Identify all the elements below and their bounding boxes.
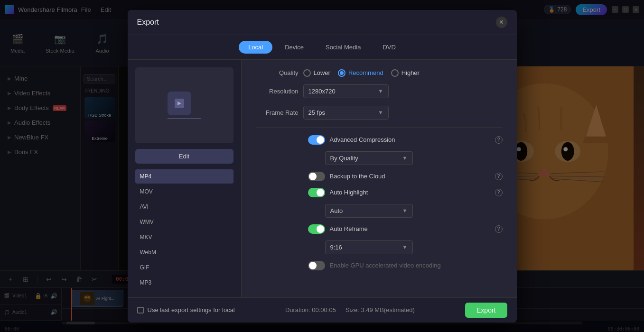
chevron-down-icon: ▼ [402, 244, 408, 250]
format-icon [168, 92, 191, 115]
size-info: Size: 3.49 MB(estimated) [345, 306, 415, 314]
quality-radio-group: Lower Recommend Higher [303, 69, 420, 77]
format-item-gif[interactable]: GIF [135, 260, 233, 275]
format-item-mkv[interactable]: MKV [135, 230, 233, 244]
footer-left: Use last export settings for local [137, 306, 235, 314]
modal-close-button[interactable]: × [496, 17, 507, 28]
auto-reframe-info-icon[interactable]: ? [495, 225, 503, 233]
tab-device[interactable]: Device [275, 41, 313, 54]
modal-title: Export [137, 18, 159, 27]
backup-cloud-info-icon[interactable]: ? [495, 173, 503, 180]
auto-reframe-dropdown[interactable]: 9:16 ▼ [325, 240, 413, 254]
auto-highlight-row: Auto Highlight ? [256, 188, 503, 197]
format-item-mov[interactable]: MOV [135, 184, 233, 199]
toggle-knob [309, 262, 317, 269]
duration-value: 00:00:05 [312, 306, 336, 314]
format-item-wmv[interactable]: WMV [135, 215, 233, 229]
radio-lower [303, 69, 311, 77]
lower-label: Lower [314, 69, 330, 76]
format-item-avi[interactable]: AVI [135, 200, 233, 214]
recommend-label: Recommend [348, 69, 383, 76]
format-item-mp3[interactable]: MP3 [135, 276, 233, 290]
format-line-decoration [168, 118, 201, 119]
export-modal: Export × Local Device Social Media DVD [128, 10, 517, 323]
toggle-knob [317, 225, 324, 233]
quality-higher-option[interactable]: Higher [391, 69, 420, 77]
tab-dvd[interactable]: DVD [373, 41, 405, 54]
settings-divider [256, 127, 503, 128]
by-quality-dropdown-container: By Quality ▼ [325, 151, 503, 165]
higher-label: Higher [401, 69, 420, 76]
gpu-label: Enable GPU accelerated video encoding [330, 262, 503, 269]
modal-header: Export × [128, 10, 517, 35]
auto-highlight-info-icon[interactable]: ? [495, 189, 503, 196]
frame-rate-dropdown[interactable]: 25 fps ▼ [303, 106, 389, 120]
settings-panel: Quality Lower Recommend [242, 60, 517, 297]
modal-tabs: Local Device Social Media DVD [128, 35, 517, 60]
auto-reframe-value: 9:16 [330, 244, 342, 251]
advanced-compression-toggle[interactable] [308, 135, 325, 145]
resolution-label: Resolution [256, 88, 299, 95]
quality-label: Quality [256, 69, 299, 76]
format-list: MP4 MOV AVI WMV MKV WebM GIF MP3 [135, 169, 233, 290]
edit-button[interactable]: Edit [135, 149, 233, 164]
backup-cloud-toggle[interactable] [308, 172, 325, 181]
auto-reframe-dropdown-container: 9:16 ▼ [325, 240, 503, 254]
backup-cloud-row: Backup to the Cloud ? [256, 172, 503, 181]
advanced-compression-row: Advanced Compression ? [256, 135, 503, 145]
auto-highlight-value: Auto [330, 207, 343, 214]
format-panel: Edit MP4 MOV AVI WMV MKV WebM GIF MP3 [128, 60, 242, 297]
gpu-row: Enable GPU accelerated video encoding [256, 261, 503, 270]
resolution-value: 1280x720 [308, 88, 336, 95]
modal-footer: Use last export settings for local Durat… [128, 297, 517, 323]
format-preview [135, 67, 233, 143]
advanced-compression-label: Advanced Compression [330, 136, 490, 143]
by-quality-value: By Quality [330, 155, 358, 162]
app-container: Wondershare Filmora File Edit 🏅 728 Expo… [0, 0, 644, 332]
auto-highlight-label: Auto Highlight [330, 189, 490, 196]
chevron-down-icon: ▼ [402, 208, 408, 213]
tab-local[interactable]: Local [239, 41, 272, 54]
tab-social-media[interactable]: Social Media [316, 41, 370, 54]
frame-rate-value: 25 fps [308, 109, 325, 116]
radio-recommend [338, 69, 345, 77]
quality-lower-option[interactable]: Lower [303, 69, 330, 77]
auto-highlight-dropdown-container: Auto ▼ [325, 204, 503, 218]
frame-rate-label: Frame Rate [256, 109, 299, 116]
duration-info: Duration: 00:00:05 [285, 306, 336, 314]
format-item-mp4[interactable]: MP4 [135, 169, 233, 184]
chevron-down-icon: ▼ [378, 88, 383, 94]
modal-body: Edit MP4 MOV AVI WMV MKV WebM GIF MP3 [128, 60, 517, 297]
auto-reframe-toggle[interactable] [308, 224, 325, 234]
last-settings-label: Use last export settings for local [148, 306, 235, 314]
gpu-toggle[interactable] [308, 261, 325, 270]
modal-overlay: Export × Local Device Social Media DVD [0, 0, 644, 332]
footer-info: Duration: 00:00:05 Size: 3.49 MB(estimat… [285, 306, 415, 314]
chevron-down-icon: ▼ [402, 155, 408, 161]
by-quality-dropdown[interactable]: By Quality ▼ [325, 151, 413, 165]
last-settings-checkbox[interactable] [137, 307, 144, 314]
toggle-knob [309, 173, 317, 180]
auto-highlight-toggle[interactable] [308, 188, 325, 197]
advanced-compression-info-icon[interactable]: ? [495, 136, 503, 144]
quality-row: Quality Lower Recommend [256, 69, 503, 77]
export-main-button[interactable]: Export [465, 303, 507, 318]
auto-highlight-dropdown[interactable]: Auto ▼ [325, 204, 413, 218]
radio-higher [391, 69, 399, 77]
frame-rate-row: Frame Rate 25 fps ▼ [256, 106, 503, 120]
auto-reframe-label: Auto Reframe [330, 225, 490, 232]
toggle-knob [317, 136, 324, 144]
auto-reframe-row: Auto Reframe ? [256, 224, 503, 234]
resolution-row: Resolution 1280x720 ▼ [256, 84, 503, 98]
duration-label: Duration: [285, 306, 310, 314]
toggle-knob [317, 189, 324, 196]
quality-recommend-option[interactable]: Recommend [338, 69, 383, 77]
format-item-webm[interactable]: WebM [135, 245, 233, 259]
chevron-down-icon: ▼ [378, 110, 383, 115]
resolution-dropdown[interactable]: 1280x720 ▼ [303, 84, 389, 98]
backup-cloud-label: Backup to the Cloud [330, 173, 490, 180]
